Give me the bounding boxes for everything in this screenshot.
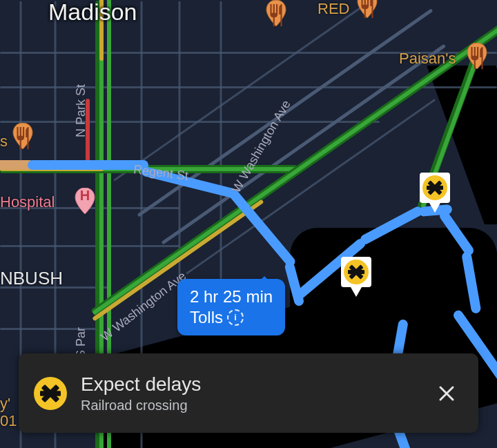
- alert-close-button[interactable]: [430, 377, 463, 410]
- hospital-icon: H: [75, 188, 95, 204]
- restaurant-icon: [266, 1, 286, 28]
- restaurant-icon: [12, 124, 33, 150]
- map-canvas[interactable]: Madison N Park St Regent St W Washington…: [0, 0, 497, 448]
- poi-y: y': [0, 395, 10, 413]
- railroad-crossing-marker[interactable]: [341, 257, 371, 297]
- poi-hospital: Hospital: [0, 193, 55, 211]
- poi-s: s: [0, 133, 8, 150]
- alert-title: Expect delays: [81, 373, 416, 396]
- railroad-crossing-marker[interactable]: [420, 173, 450, 213]
- eta-time: 2 hr 25 min: [190, 286, 273, 307]
- info-icon: i: [227, 309, 244, 326]
- poi-01: 01: [0, 412, 17, 430]
- poi-pin-restaurant[interactable]: [12, 123, 33, 149]
- eta-tolls: Tolls: [190, 307, 223, 328]
- poi-nbush: NBUSH: [0, 268, 63, 289]
- eta-callout[interactable]: 2 hr 25 min Tolls i: [177, 279, 285, 335]
- alert-card: Expect delays Railroad crossing: [19, 353, 478, 433]
- poi-red: RED: [318, 0, 349, 18]
- restaurant-icon: [467, 44, 487, 70]
- restaurant-icon: [357, 0, 378, 19]
- close-icon: [438, 384, 456, 402]
- alert-subtitle: Railroad crossing: [81, 398, 416, 413]
- poi-pin-restaurant[interactable]: [357, 0, 378, 18]
- poi-paisans: Paisan's: [399, 50, 456, 68]
- route-segment: [28, 160, 148, 170]
- poi-pin-hospital[interactable]: H: [75, 188, 95, 214]
- poi-pin-restaurant[interactable]: [266, 0, 286, 26]
- city-label: Madison: [48, 0, 137, 26]
- poi-pin-restaurant[interactable]: [467, 43, 487, 69]
- railroad-icon: [34, 377, 67, 410]
